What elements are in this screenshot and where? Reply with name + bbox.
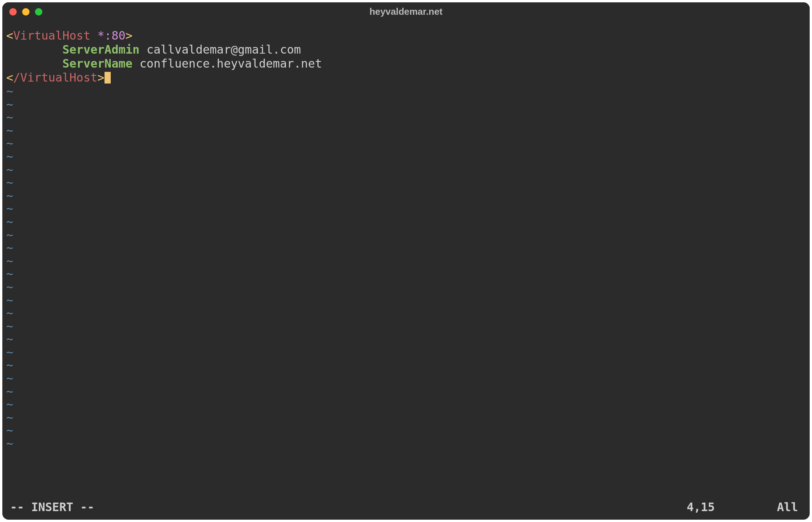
code-line[interactable]: ServerAdmin callvaldemar@gmail.com	[6, 43, 806, 57]
cursor-position: 4,15	[687, 500, 715, 514]
empty-line-tilde: ~	[6, 254, 806, 268]
empty-line-tilde: ~	[6, 358, 806, 372]
code-token: /VirtualHost	[13, 71, 98, 84]
empty-line-tilde: ~	[6, 424, 806, 437]
empty-line-tilde: ~	[6, 346, 806, 359]
code-line[interactable]: <VirtualHost *:80>	[6, 29, 806, 43]
vim-status-bar: -- INSERT -- 4,15 All	[6, 498, 806, 520]
code-token: ServerAdmin	[63, 43, 140, 56]
code-token: VirtualHost	[13, 29, 91, 42]
close-icon[interactable]	[9, 8, 17, 16]
empty-line-tilde: ~	[6, 163, 806, 176]
empty-line-tilde: ~	[6, 202, 806, 215]
code-token: <	[6, 71, 13, 84]
code-line[interactable]: ServerName confluence.heyvaldemar.net	[6, 57, 806, 71]
window-title: heyvaldemar.net	[369, 6, 443, 17]
empty-line-tilde: ~	[6, 215, 806, 228]
maximize-icon[interactable]	[35, 8, 42, 16]
empty-line-tilde: ~	[6, 111, 806, 124]
code-token: *:80	[98, 29, 125, 42]
empty-line-tilde: ~	[6, 176, 806, 189]
empty-line-tilde: ~	[6, 124, 806, 137]
empty-line-tilde: ~	[6, 437, 806, 450]
terminal-content[interactable]: <VirtualHost *:80> ServerAdmin callvalde…	[2, 21, 810, 520]
empty-line-tilde: ~	[6, 241, 806, 254]
empty-line-tilde: ~	[6, 306, 806, 320]
editor-empty-area: ~~~~~~~~~~~~~~~~~~~~~~~~~~~~	[6, 85, 806, 498]
vim-mode: -- INSERT --	[10, 500, 94, 514]
code-token: ServerName	[63, 57, 133, 70]
empty-line-tilde: ~	[6, 98, 806, 111]
cursor-icon	[105, 72, 111, 84]
empty-line-tilde: ~	[6, 228, 806, 242]
title-bar: heyvaldemar.net	[2, 2, 810, 21]
traffic-lights	[9, 8, 42, 16]
empty-line-tilde: ~	[6, 294, 806, 307]
empty-line-tilde: ~	[6, 320, 806, 333]
empty-line-tilde: ~	[6, 332, 806, 346]
code-token: confluence.heyvaldemar.net	[132, 57, 322, 70]
empty-line-tilde: ~	[6, 267, 806, 280]
empty-line-tilde: ~	[6, 189, 806, 202]
empty-line-tilde: ~	[6, 280, 806, 294]
empty-line-tilde: ~	[6, 85, 806, 98]
empty-line-tilde: ~	[6, 411, 806, 424]
minimize-icon[interactable]	[22, 8, 30, 16]
code-token: >	[125, 29, 132, 42]
code-token	[91, 29, 98, 42]
code-line[interactable]: </VirtualHost>	[6, 71, 806, 85]
empty-line-tilde: ~	[6, 137, 806, 150]
code-token	[6, 43, 63, 56]
editor-code-area[interactable]: <VirtualHost *:80> ServerAdmin callvalde…	[6, 29, 806, 85]
scroll-indicator: All	[777, 500, 798, 514]
empty-line-tilde: ~	[6, 150, 806, 163]
code-token: <	[6, 29, 13, 42]
empty-line-tilde: ~	[6, 398, 806, 411]
empty-line-tilde: ~	[6, 372, 806, 385]
code-token	[6, 57, 63, 70]
empty-line-tilde: ~	[6, 385, 806, 398]
code-token: >	[98, 71, 105, 84]
code-token: callvaldemar@gmail.com	[139, 43, 301, 56]
terminal-window: heyvaldemar.net <VirtualHost *:80> Serve…	[2, 2, 810, 520]
